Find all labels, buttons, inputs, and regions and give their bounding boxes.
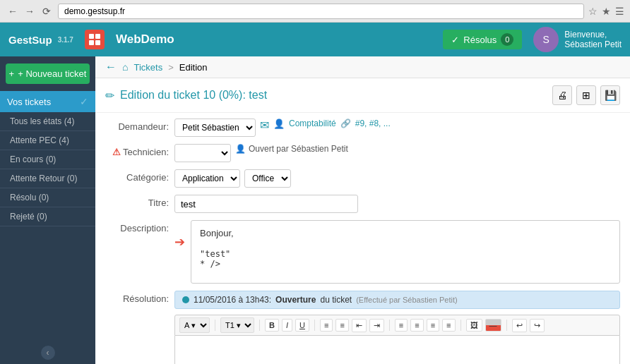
underline-button[interactable]: U — [295, 319, 309, 332]
back-button[interactable]: ← — [6, 4, 20, 18]
color-button[interactable]: — — [485, 319, 501, 332]
link-icon: 🔗 — [340, 119, 351, 128]
font-format-select[interactable]: A ▾ — [179, 317, 210, 333]
new-ticket-button[interactable]: + + Nouveau ticket — [6, 63, 90, 84]
main-content: ← ⌂ Tickets > Edition ✏ Edition du ticke… — [95, 56, 630, 364]
technicien-label: ⚠ Technicien: — [105, 144, 169, 157]
forward-button[interactable]: → — [23, 4, 37, 18]
demo-name: WebDemo — [116, 32, 174, 47]
indent-button[interactable]: ⇥ — [369, 319, 384, 332]
description-line4: * /> — [200, 259, 611, 269]
toolbar-sep6 — [506, 320, 507, 331]
home-icon[interactable]: ⌂ — [122, 61, 128, 73]
logo-icon — [85, 30, 105, 49]
sidebar-item-tous[interactable]: Tous les états (4) — [0, 112, 95, 131]
heading-select[interactable]: T1 ▾ — [220, 317, 254, 333]
page-title-text: Edition du ticket 10 (0%): test — [120, 89, 267, 102]
resolu-badge: 0 — [501, 33, 513, 46]
sidebar-section-vos-tickets[interactable]: Vos tickets ✓ — [0, 91, 95, 112]
save-button[interactable]: 💾 — [600, 85, 620, 105]
user-greeting: Bienvenue, — [564, 30, 622, 40]
plus-icon: + — [9, 68, 15, 79]
section-check-icon: ✓ — [80, 96, 88, 107]
back-arrow-button[interactable]: ← — [105, 61, 117, 73]
timeline-action: Ouverture — [275, 295, 316, 305]
grid-button[interactable]: ⊞ — [576, 85, 596, 105]
new-ticket-label: + Nouveau ticket — [18, 68, 86, 79]
resolution-box: 11/05/2016 à 13h43: Ouverture du ticket … — [174, 291, 620, 364]
timeline-rest: du ticket — [320, 295, 352, 305]
description-box[interactable]: Bonjour, "test" * /> — [191, 220, 620, 284]
outdent-button[interactable]: ⇤ — [352, 319, 367, 332]
refresh-button[interactable]: ⟳ — [40, 4, 54, 18]
sidebar-item-resolu[interactable]: Résolu (0) — [0, 188, 95, 207]
toolbar-sep2 — [259, 320, 260, 331]
titre-input[interactable] — [174, 195, 358, 213]
categorie-row: Catégorie: Application Office — [105, 169, 620, 188]
sidebar-item-rejete[interactable]: Rejeté (0) — [0, 207, 95, 226]
ol-button[interactable]: ≡ — [335, 319, 348, 332]
page-title: ✏ Edition du ticket 10 (0%): test — [105, 89, 267, 102]
browser-icons: ☆ ★ ☰ — [588, 6, 624, 17]
person-icon: 👤 — [273, 119, 285, 129]
technicien-select[interactable] — [174, 144, 231, 162]
align-left-button[interactable]: ≡ — [395, 319, 408, 332]
breadcrumb-bar: ← ⌂ Tickets > Edition — [95, 56, 630, 78]
breadcrumb-tickets[interactable]: Tickets — [133, 62, 162, 73]
main-layout: + + Nouveau ticket Vos tickets ✓ Tous le… — [0, 56, 630, 364]
editor-toolbar: A ▾ T1 ▾ B I U ≡ ≡ ⇤ ⇥ ≡ ≡ — [174, 315, 620, 336]
sidebar-collapse-button[interactable]: ‹ — [0, 341, 95, 364]
categorie-select[interactable]: Application — [174, 169, 240, 188]
demandeur-value: Petit Sébastien ✉ 👤 Comptabilité 🔗 #9, #… — [174, 119, 620, 137]
ul-button[interactable]: ≡ — [320, 319, 333, 332]
description-label: Description: — [105, 220, 169, 233]
print-button[interactable]: 🖨 — [552, 85, 572, 105]
app-name: GestSup — [8, 34, 52, 46]
resolu-label: Résolus — [463, 35, 497, 45]
categorie-label: Catégorie: — [105, 169, 169, 183]
user-info: Bienvenue, Sébastien Petit — [564, 30, 622, 49]
resolu-button[interactable]: ✓ Résolus 0 — [443, 30, 522, 49]
toolbar-sep5 — [460, 320, 461, 331]
subcategorie-select[interactable]: Office — [244, 169, 291, 188]
technicien-row: ⚠ Technicien: 👤 Ouvert par Sébastien Pet… — [105, 144, 620, 162]
check-icon: ✓ — [451, 35, 459, 45]
resolution-row: Résolution: 11/05/2016 à 13h43: Ouvertur… — [105, 291, 620, 364]
app-logo: GestSup3.1.7 — [8, 34, 73, 46]
justify-button[interactable]: ≡ — [442, 319, 455, 332]
resolution-timeline: 11/05/2016 à 13h43: Ouverture du ticket … — [174, 291, 620, 309]
address-bar[interactable] — [58, 4, 584, 19]
description-line3: "test" — [200, 249, 611, 259]
description-line1: Bonjour, — [200, 228, 611, 238]
redo-button[interactable]: ↪ — [530, 319, 545, 332]
sidebar-item-attente-pec[interactable]: Attente PEC (4) — [0, 131, 95, 150]
menu-icon: ☰ — [615, 6, 624, 17]
header-actions: 🖨 ⊞ 💾 — [552, 85, 620, 105]
comptabilite-link[interactable]: Comptabilité — [289, 119, 336, 128]
titre-row: Titre: — [105, 195, 620, 213]
image-button[interactable]: 🖼 — [466, 319, 482, 332]
bold-button[interactable]: B — [265, 319, 279, 332]
timeline-date: 11/05/2016 à 13h43: — [194, 295, 271, 305]
align-center-button[interactable]: ≡ — [410, 319, 423, 332]
demandeur-label: Demandeur: — [105, 119, 169, 132]
page-header: ✏ Edition du ticket 10 (0%): test 🖨 ⊞ 💾 — [95, 78, 630, 113]
italic-button[interactable]: I — [282, 319, 292, 332]
toolbar-sep3 — [314, 320, 315, 331]
demandeur-row: Demandeur: Petit Sébastien ✉ 👤 Comptabil… — [105, 119, 620, 137]
collapse-arrow-icon: ‹ — [41, 346, 55, 360]
undo-button[interactable]: ↩ — [512, 319, 527, 332]
avatar: S — [533, 27, 559, 52]
categorie-value: Application Office — [174, 169, 620, 188]
align-right-button[interactable]: ≡ — [427, 319, 439, 332]
sidebar-item-en-cours[interactable]: En cours (0) — [0, 150, 95, 169]
person2-icon: 👤 — [235, 144, 246, 154]
email-icon: ✉ — [260, 119, 269, 132]
sidebar-section-label: Vos tickets — [7, 97, 51, 107]
editor-area[interactable] — [174, 336, 620, 364]
sidebar: + + Nouveau ticket Vos tickets ✓ Tous le… — [0, 56, 95, 364]
demandeur-select[interactable]: Petit Sébastien — [174, 119, 256, 137]
sidebar-item-attente-retour[interactable]: Attente Retour (0) — [0, 169, 95, 188]
resolution-label: Résolution: — [105, 291, 169, 304]
svg-rect-3 — [95, 40, 100, 45]
